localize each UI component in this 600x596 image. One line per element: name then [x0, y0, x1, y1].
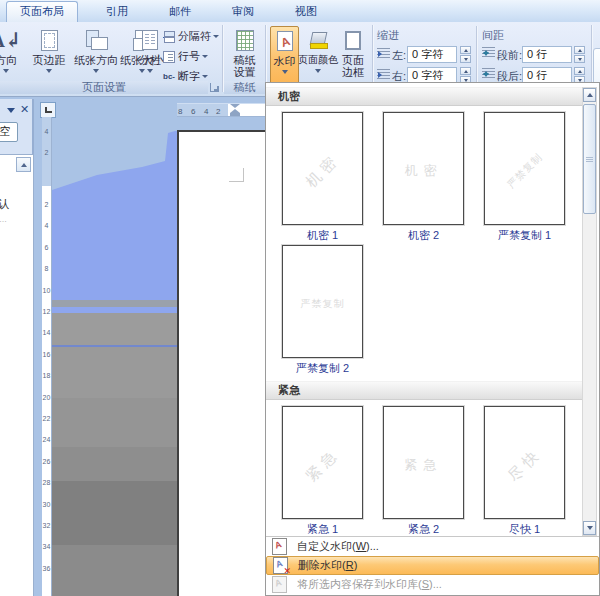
ruler-number: 16 — [42, 351, 51, 358]
document-background-image — [52, 120, 177, 596]
scroll-down-icon[interactable] — [583, 521, 596, 535]
save-watermark-icon — [272, 576, 287, 593]
chevron-down-icon — [3, 69, 9, 76]
indent-left-label: 左: — [392, 48, 406, 63]
line-numbers-button[interactable]: 行号 — [163, 48, 208, 65]
ruler-number: 32 — [42, 522, 51, 529]
task-pane-list: 认 … — [0, 154, 34, 596]
ribbon-tab[interactable]: 审阅 — [219, 1, 267, 21]
orientation-label: 纸张方向 — [74, 54, 118, 66]
line-numbers-label: 行号 — [178, 49, 200, 64]
watermark-item-label: 机密 2 — [408, 228, 439, 243]
watermark-command[interactable]: 自定义水印(W)... — [266, 537, 599, 556]
ribbon-tab[interactable]: 邮件 — [156, 1, 204, 21]
spacing-before-field[interactable]: 0 行 — [522, 46, 572, 63]
ruler-number: 24 — [42, 436, 51, 443]
spacing-section-title: 间距 — [482, 28, 504, 43]
manuscript-grid-icon — [236, 30, 254, 51]
watermark-item-label: 严禁复制 2 — [296, 361, 349, 376]
chevron-down-icon — [93, 69, 99, 76]
watermark-thumbnail: 尽快 — [484, 406, 565, 519]
vertical-ruler: 4224681012141618202224262830323436 — [42, 117, 52, 596]
gallery-scrollbar[interactable] — [582, 87, 597, 536]
page-borders-icon — [345, 31, 361, 50]
text-direction-icon: A↲ — [0, 28, 22, 52]
watermark-item[interactable]: 严禁复制严禁复制 2 — [272, 243, 373, 376]
watermark-commands: 自定义水印(W)...删除水印(R)将所选内容保存到水印库(S)... — [266, 536, 599, 594]
chevron-down-icon — [147, 69, 153, 76]
ruler-number: 6 — [191, 107, 195, 116]
indent-marker[interactable] — [230, 104, 240, 116]
watermark-preview-text: 机密 — [405, 162, 443, 180]
task-pane-button-fragment[interactable]: 空 — [0, 122, 18, 142]
watermark-preview-text: 尽快 — [504, 444, 546, 486]
watermark-command[interactable]: 删除水印(R) — [266, 556, 599, 575]
page-borders-label-1: 页面 — [342, 54, 364, 66]
ribbon-tab-bar: 页面布局引用邮件审阅视图 — [0, 0, 600, 22]
scroll-up-icon[interactable] — [16, 157, 31, 172]
ruler-number: 8 — [42, 265, 51, 272]
watermark-item[interactable]: 尽快尽快 1 — [474, 404, 575, 537]
chevron-down-icon — [213, 35, 219, 41]
group-page-setup: A↲ 方向 页边距 纸张方向 纸张大小 分栏 — [0, 22, 222, 95]
close-icon[interactable]: ✕ — [20, 103, 29, 116]
spacing-before-label: 段前: — [497, 48, 522, 63]
watermark-item[interactable]: 机密机密 1 — [272, 110, 373, 243]
scrollbar-thumb[interactable] — [583, 104, 596, 214]
task-pane: ✕ 空 认 … — [0, 99, 34, 596]
manuscript-label-2: 设置 — [234, 66, 256, 78]
ruler-number: 28 — [42, 479, 51, 486]
page-color-label: 页面颜色 — [298, 54, 338, 66]
watermark-thumbnail: 机密 — [282, 112, 363, 225]
text-direction-label: 方向 — [0, 54, 17, 66]
watermark-item[interactable]: 紧急紧急 1 — [272, 404, 373, 537]
gallery-section-header: 机密 — [266, 87, 582, 106]
chevron-down-icon — [46, 69, 52, 76]
custom-watermark-icon — [272, 538, 287, 555]
tab-strip: 页面布局引用邮件审阅视图 — [6, 1, 330, 22]
scroll-up-icon[interactable] — [583, 88, 596, 102]
group-label-page-setup: 页面设置 — [0, 81, 208, 94]
watermark-item[interactable]: 严禁复制严禁复制 1 — [474, 110, 575, 243]
watermark-command: 将所选内容保存到水印库(S)... — [266, 575, 599, 594]
gallery-items: 紧急紧急 1紧急紧急 2尽快尽快 1 — [266, 400, 576, 538]
group-label-manuscript: 稿纸 — [224, 81, 265, 94]
chevron-down-icon[interactable] — [7, 108, 15, 117]
watermark-item-label: 紧急 1 — [307, 522, 338, 537]
line-numbers-icon — [163, 51, 175, 63]
remove-watermark-icon — [273, 557, 288, 574]
ribbon-tab[interactable]: 引用 — [93, 1, 141, 21]
watermark-item[interactable]: 紧急紧急 2 — [373, 404, 474, 537]
watermark-preview-text: 严禁复制 — [301, 297, 345, 311]
ruler-number: 22 — [42, 415, 51, 422]
ruler-number: 6 — [42, 244, 51, 251]
h-ruler-text-section — [228, 103, 265, 117]
watermark-item-label: 紧急 2 — [408, 522, 439, 537]
watermark-item-label: 尽快 1 — [509, 522, 540, 537]
ruler-number: 8 — [178, 107, 182, 116]
breaks-button[interactable]: 分隔符 — [163, 28, 219, 45]
watermark-thumbnail: 严禁复制 — [484, 112, 565, 225]
watermark-thumbnail: 机密 — [383, 112, 464, 225]
ribbon-tab[interactable]: 视图 — [282, 1, 330, 21]
ruler-number: 2 — [216, 107, 220, 116]
indent-left-field[interactable]: 0 字符 — [407, 46, 457, 63]
spacing-before-spinner[interactable] — [574, 46, 585, 64]
watermark-thumbnail: 紧急 — [383, 406, 464, 519]
columns-label: 分栏 — [139, 54, 161, 66]
tab-stop-selector-button[interactable] — [40, 102, 56, 118]
ruler-number: 20 — [42, 394, 51, 401]
command-label: 删除水印(R) — [298, 558, 357, 573]
gallery-section-header: 紧急 — [266, 381, 582, 400]
dialog-launcher-icon[interactable] — [210, 83, 219, 92]
indent-left-spinner[interactable] — [460, 46, 471, 64]
margins-icon — [41, 30, 58, 51]
watermark-item[interactable]: 机密机密 2 — [373, 110, 474, 243]
indent-right-icon — [377, 69, 390, 80]
spacing-after-icon — [482, 68, 495, 80]
watermark-thumbnail: 紧急 — [282, 406, 363, 519]
watermark-icon — [277, 31, 293, 51]
ruler-number: 10 — [42, 287, 51, 294]
ribbon-tab[interactable]: 页面布局 — [6, 1, 78, 22]
ruler-number: 14 — [42, 329, 51, 336]
